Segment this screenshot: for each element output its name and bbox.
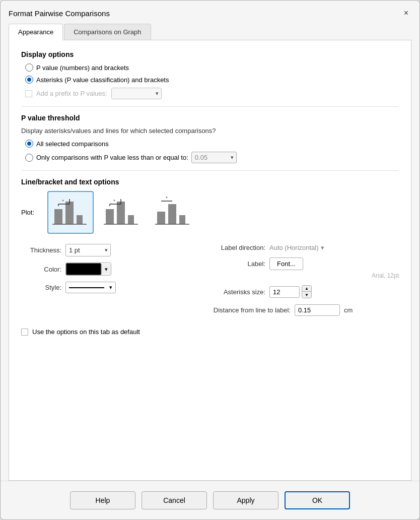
radio-row-only: Only comparisons with P value less than … — [25, 152, 399, 163]
plot-option-2[interactable]: * — [99, 191, 145, 234]
color-dropdown-arrow: ▾ — [101, 264, 111, 275]
prefix-label: Add a prefix to P values: — [36, 90, 107, 97]
radio-row-all: All selected comparisons — [25, 140, 399, 148]
sep1 — [21, 106, 399, 107]
distance-unit: cm — [344, 306, 353, 314]
color-row: Color: ▾ — [21, 263, 210, 276]
radio-only-comparisons[interactable] — [25, 154, 33, 162]
svg-rect-18 — [179, 215, 185, 224]
svg-rect-8 — [106, 209, 114, 224]
label-row: Label: Font... — [210, 257, 399, 270]
svg-rect-16 — [157, 212, 165, 224]
pvalue-threshold-title: P value threshold — [21, 114, 399, 122]
pvalue-threshold-group: All selected comparisons Only comparison… — [25, 140, 399, 163]
left-controls: Thickness: 1 pt Color: ▾ Style: — [21, 244, 210, 316]
right-controls: Label direction: Auto (Horizontal) ▾ Lab… — [210, 244, 399, 316]
plot-svg-3: * — [153, 194, 193, 229]
tab-appearance[interactable]: Appearance — [9, 24, 63, 40]
svg-text:*: * — [62, 199, 64, 204]
prefix-dropdown[interactable] — [111, 88, 162, 99]
svg-text:*: * — [113, 199, 115, 204]
thickness-label: Thickness: — [21, 246, 61, 254]
title-bar: Format Pairwise Comparisons × — [1, 1, 419, 19]
asterisks-size-label: Asterisks size: — [210, 288, 265, 296]
dialog-title: Format Pairwise Comparisons — [9, 9, 110, 18]
font-info: Arial, 12pt — [265, 272, 399, 279]
spinbox-down-button[interactable]: ▼ — [302, 292, 311, 298]
ok-button[interactable]: OK — [285, 491, 350, 509]
plot-option-3[interactable]: * — [150, 191, 196, 234]
plot-label: Plot: — [21, 209, 41, 216]
radio-all-comparisons-label: All selected comparisons — [36, 140, 109, 148]
thickness-dropdown[interactable]: 1 pt — [65, 244, 111, 256]
label-direction-value: Auto (Horizontal) — [269, 244, 319, 251]
dialog: Format Pairwise Comparisons × Appearance… — [0, 0, 420, 520]
spinbox-up-button[interactable]: ▲ — [302, 286, 311, 292]
display-options-title: Display options — [21, 50, 399, 58]
style-row: Style: ▾ — [21, 282, 210, 293]
label-label: Label: — [210, 260, 265, 268]
label-direction-chevron: ▾ — [321, 244, 324, 251]
font-button[interactable]: Font... — [269, 257, 303, 270]
prefix-dropdown-wrapper — [111, 88, 162, 99]
apply-button[interactable]: Apply — [213, 491, 278, 509]
svg-text:*: * — [166, 196, 168, 201]
radio-pvalue-label: P value (numbers) and brackets — [36, 64, 129, 72]
tab-bar: Appearance Comparisons on Graph — [9, 24, 411, 40]
pvalue-dropdown[interactable]: 0.05 — [191, 152, 237, 163]
style-dropdown-btn[interactable]: ▾ — [65, 282, 116, 293]
line-bracket-title: Line/bracket and text options — [21, 178, 399, 186]
asterisks-size-input[interactable] — [269, 286, 300, 298]
radio-asterisks[interactable] — [25, 76, 33, 84]
plot-row: Plot: * — [21, 191, 399, 234]
controls-area: Thickness: 1 pt Color: ▾ Style: — [21, 244, 399, 316]
plot-options: * * — [47, 191, 196, 234]
cancel-button[interactable]: Cancel — [142, 491, 207, 509]
help-button[interactable]: Help — [70, 491, 135, 509]
button-bar: Help Cancel Apply OK — [1, 481, 419, 519]
tab-content: Display options P value (numbers) and br… — [9, 40, 411, 481]
radio-all-comparisons[interactable] — [25, 140, 33, 148]
radio-pvalue[interactable] — [25, 63, 33, 72]
distance-row: Distance from line to label: cm — [210, 304, 399, 316]
display-options-group: P value (numbers) and brackets Asterisks… — [25, 63, 399, 84]
style-label: Style: — [21, 284, 61, 291]
pvalue-dropdown-wrapper: 0.05 — [191, 152, 237, 163]
svg-rect-17 — [168, 204, 176, 224]
svg-rect-2 — [77, 215, 83, 224]
default-checkbox[interactable] — [21, 329, 28, 336]
sep2 — [21, 170, 399, 171]
svg-rect-1 — [65, 202, 74, 224]
color-label: Color: — [21, 266, 61, 273]
prefix-checkbox[interactable] — [25, 90, 32, 97]
thickness-dropdown-wrapper: 1 pt — [65, 244, 111, 256]
color-swatch — [66, 263, 101, 275]
distance-label: Distance from line to label: — [210, 306, 291, 314]
style-arrow-icon: ▾ — [109, 284, 112, 291]
close-button[interactable]: × — [401, 8, 411, 19]
plot-svg-2: * — [102, 194, 142, 229]
svg-rect-10 — [128, 215, 134, 224]
svg-rect-0 — [54, 209, 62, 224]
asterisks-spinbox: ▲ ▼ — [269, 285, 312, 298]
asterisks-size-row: Asterisks size: ▲ ▼ — [210, 285, 399, 298]
pvalue-threshold-desc: Display asterisks/values and lines for w… — [21, 127, 399, 135]
radio-asterisks-label: Asterisks (P value classification) and b… — [36, 76, 169, 84]
radio-only-comparisons-label: Only comparisons with P value less than … — [36, 154, 188, 161]
prefix-row: Add a prefix to P values: — [25, 88, 399, 99]
tab-comparisons[interactable]: Comparisons on Graph — [64, 24, 151, 40]
label-direction-row: Label direction: Auto (Horizontal) ▾ — [210, 244, 399, 251]
spinbox-arrows: ▲ ▼ — [302, 285, 312, 298]
distance-input[interactable] — [295, 304, 340, 316]
default-checkbox-label: Use the options on this tab as default — [32, 328, 140, 336]
color-dropdown-btn[interactable]: ▾ — [65, 263, 111, 276]
plot-svg-1: * — [50, 194, 91, 229]
label-direction-value-area: Auto (Horizontal) ▾ — [269, 244, 324, 251]
thickness-row: Thickness: 1 pt — [21, 244, 210, 256]
default-checkbox-row: Use the options on this tab as default — [21, 328, 399, 336]
radio-row-asterisks: Asterisks (P value classification) and b… — [25, 76, 399, 84]
label-direction-label: Label direction: — [210, 244, 265, 251]
radio-row-pvalue: P value (numbers) and brackets — [25, 63, 399, 72]
svg-rect-9 — [117, 202, 125, 224]
plot-option-1[interactable]: * — [47, 191, 94, 234]
